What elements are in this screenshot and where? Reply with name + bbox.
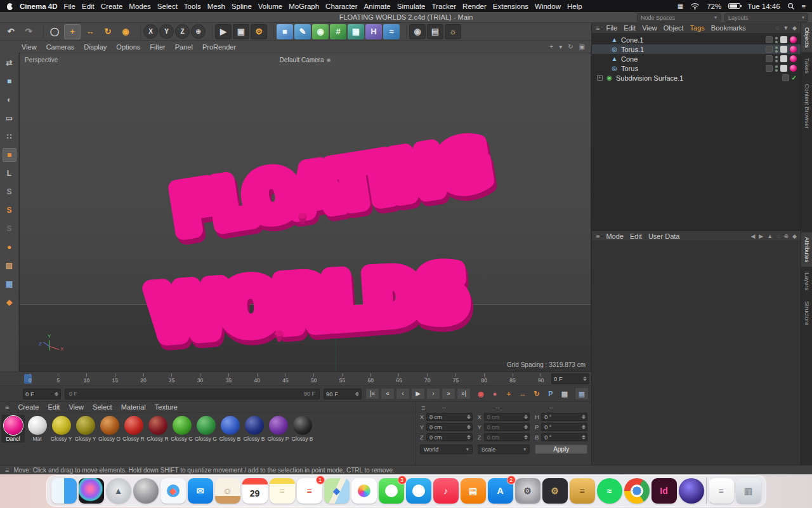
render-view-button[interactable]: ▶	[215, 24, 232, 39]
dock-launchpad[interactable]: ▲	[106, 478, 131, 504]
menu-item[interactable]: Mesh	[207, 3, 225, 10]
dock-messages[interactable]: 3	[379, 478, 404, 504]
lock-z-axis-button[interactable]: Z	[175, 24, 190, 39]
object-row-cone[interactable]: ▲ Cone	[592, 54, 801, 64]
coordinate-input[interactable]: 0 °	[541, 423, 587, 431]
panel-tab[interactable]: Layers	[801, 268, 812, 295]
material-glossy-blue[interactable]: Glossy B	[218, 415, 242, 443]
expand-icon[interactable]: +	[597, 75, 603, 81]
dock-photos[interactable]	[351, 478, 377, 504]
prev-key-button[interactable]: «	[381, 388, 395, 399]
menu-item[interactable]: Animate	[364, 3, 391, 10]
render-region-button[interactable]: ▣	[233, 24, 249, 39]
render-settings-button[interactable]: ⚙	[251, 24, 267, 39]
last-used-tool[interactable]: ◉	[117, 24, 134, 39]
dock-contacts[interactable]: ☺	[215, 478, 240, 504]
menu-item[interactable]: Window	[535, 3, 561, 10]
viewport-menu-item[interactable]: Cameras	[46, 43, 75, 51]
editor-render-dots[interactable]	[775, 65, 778, 72]
prev-frame-button[interactable]: ‹	[396, 388, 410, 399]
viewport[interactable]: FLOATING FLOATING WORLDS WORLDS Perspect…	[19, 53, 591, 371]
object-manager-menu-item[interactable]: Edit	[624, 24, 636, 32]
coordinate-input[interactable]: 0 cm	[426, 433, 473, 441]
transform-mode-dropdown[interactable]: Scale	[478, 444, 530, 454]
menubar-clock[interactable]: Tue 14:46	[747, 3, 780, 10]
material-glossy-yellow[interactable]: Glossy Y	[49, 415, 73, 443]
pattern-tool-button[interactable]: ▨	[3, 258, 16, 272]
menu-item[interactable]: Edit	[82, 3, 95, 10]
add-mograph-button[interactable]: #	[330, 24, 346, 39]
apple-logo[interactable]	[6, 2, 13, 10]
material-tag[interactable]	[790, 55, 797, 62]
material-glossy-darkblue[interactable]: Glossy B	[242, 415, 266, 443]
material-glossy-green2[interactable]: Glossy G	[194, 415, 218, 443]
coordinate-input[interactable]: 0 cm	[426, 423, 473, 431]
object-manager-menu-item[interactable]: Bookmarks	[711, 24, 746, 32]
material-glossy-purple[interactable]: Glossy P	[266, 415, 290, 443]
range-end-field[interactable]: 90 F	[324, 389, 362, 399]
scale-tool[interactable]: ↔	[82, 24, 98, 39]
dock-music[interactable]: ♪	[433, 478, 459, 504]
object-manager-menu-item[interactable]: Tags	[690, 24, 705, 32]
menu-item[interactable]: Character	[325, 3, 358, 10]
editor-render-dots[interactable]	[775, 56, 778, 62]
play-button[interactable]: ▶	[411, 388, 425, 399]
notification-center-icon[interactable]: ≡	[802, 3, 806, 10]
dock-finder[interactable]	[51, 478, 77, 504]
viewport-menu-item[interactable]: Filter	[150, 43, 165, 51]
goto-end-button[interactable]: »|	[457, 388, 471, 399]
dock-books[interactable]: ▤	[461, 478, 486, 504]
dock-mail[interactable]: ✉	[188, 478, 213, 504]
lock-icon[interactable]: ◆	[792, 233, 797, 239]
app-menu[interactable]: Cinema 4D	[20, 3, 57, 10]
lock-icon[interactable]: ◆	[792, 25, 797, 31]
phong-tag[interactable]	[780, 36, 787, 43]
add-camera-button[interactable]: ◉	[409, 24, 426, 39]
convert-selection-button[interactable]: ⇄	[3, 56, 16, 70]
coordinate-space-dropdown[interactable]: World	[420, 444, 473, 454]
next-frame-button[interactable]: ›	[426, 388, 440, 399]
object-row-torus-1[interactable]: ◎ Torus.1	[592, 44, 801, 54]
workplane-ruler-button[interactable]: L	[3, 166, 16, 180]
coordinate-input[interactable]: 0 cm	[484, 413, 530, 421]
dock-video-call-app[interactable]	[406, 478, 431, 504]
phong-tag[interactable]	[780, 46, 787, 53]
object-row-cone-1[interactable]: ▲ Cone.1	[592, 35, 801, 44]
viewport-menu-item[interactable]: Options	[116, 43, 140, 51]
menu-item[interactable]: Tracker	[432, 3, 457, 10]
viewport-minimize-icon[interactable]: ▾	[559, 43, 562, 50]
materials-menu-item[interactable]: Create	[18, 403, 39, 411]
enabled-check-icon[interactable]: ✓	[792, 74, 797, 81]
battery-icon[interactable]	[728, 3, 740, 9]
viewport-sync-icon[interactable]: ↻	[568, 43, 573, 50]
undo-button[interactable]: ↶	[3, 24, 19, 39]
material-glossy-red[interactable]: Glossy R	[122, 415, 145, 443]
add-volume-button[interactable]: ▦	[348, 24, 364, 39]
material-glossy-orange[interactable]: Glossy O	[98, 415, 121, 443]
apply-button[interactable]: Apply	[535, 444, 587, 454]
object-manager-menu-item[interactable]: View	[642, 24, 657, 32]
menu-item[interactable]: File	[63, 3, 75, 10]
material-danel[interactable]: Danel	[1, 415, 25, 443]
snap-disabled-button[interactable]: S	[3, 185, 16, 199]
dock-utility-gear-app[interactable]: ⚙	[542, 478, 568, 504]
preview-range-slider[interactable]: 0 F 90 F	[65, 389, 320, 399]
timeline-ruler[interactable]: 051015202530354045505560657075808590 0 F	[0, 371, 591, 385]
visibility-toggle[interactable]	[782, 74, 789, 81]
menu-item[interactable]: MoGraph	[289, 3, 319, 10]
editor-render-dots[interactable]	[775, 37, 778, 43]
status-menu-icon[interactable]: ≡	[5, 466, 9, 474]
attributes-menu-item[interactable]: User Data	[648, 232, 680, 240]
camera-label[interactable]: Default Camera	[279, 57, 324, 64]
menu-item[interactable]: Simulate	[397, 3, 426, 10]
keying-scale-button[interactable]: ↔	[516, 388, 529, 399]
phong-tag[interactable]	[780, 55, 787, 62]
node-spaces-dropdown[interactable]: Node Spaces	[637, 13, 721, 22]
dock-chrome[interactable]	[624, 478, 650, 504]
viewport-maximize-icon[interactable]: ▣	[579, 43, 585, 50]
menu-item[interactable]: Tools	[184, 3, 201, 10]
add-spline-button[interactable]: ✎	[294, 24, 311, 39]
dock-textedit[interactable]: ≡	[709, 478, 734, 504]
material-glossy-olive[interactable]: Glossy Y	[74, 415, 97, 443]
record-keyframe-button[interactable]: ◉	[475, 388, 487, 399]
